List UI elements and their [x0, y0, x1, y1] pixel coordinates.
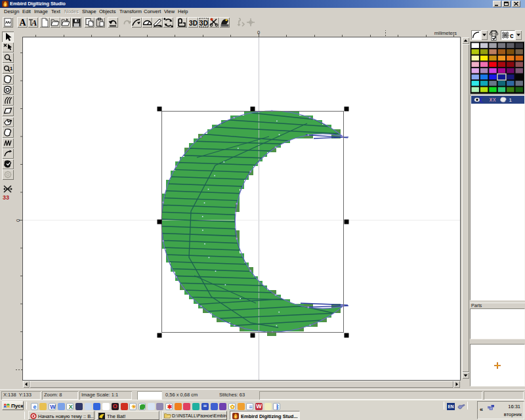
- svg-text:A: A: [31, 18, 37, 28]
- svg-text:milimeters: milimeters: [434, 30, 457, 36]
- svg-text:3D: 3D: [189, 20, 198, 27]
- svg-text:1: 1: [509, 97, 513, 103]
- svg-text:0: 0: [257, 30, 260, 35]
- svg-text:A: A: [19, 18, 26, 28]
- svg-text:3D: 3D: [200, 20, 208, 27]
- svg-text:0: 0: [16, 219, 21, 222]
- svg-text:1: 1: [10, 66, 13, 72]
- svg-text:c: c: [510, 32, 514, 39]
